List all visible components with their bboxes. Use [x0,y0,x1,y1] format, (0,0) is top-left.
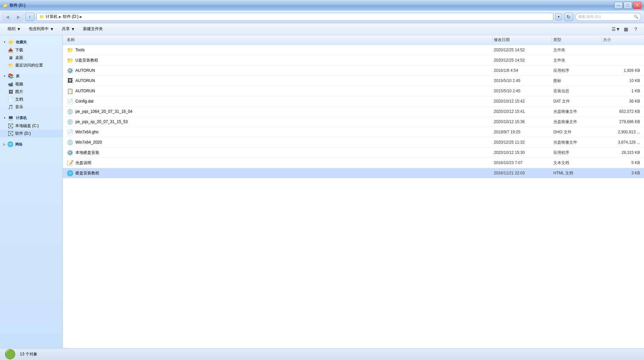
up-icon: ↑ [29,14,31,20]
col-size[interactable]: 大小 [602,36,641,43]
col-type[interactable]: 类型 [552,36,602,43]
breadcrumb-drive[interactable]: 软件 (D:) [63,14,78,20]
file-modified: 2016/11/21 22:03 [493,170,552,176]
view-preview-button[interactable]: ▦ [622,25,630,33]
recent-label: 最近访问的位置 [15,63,43,68]
refresh-button[interactable]: ↻ [564,13,573,21]
sidebar-item-softD[interactable]: 💽 软件 (D:) [0,130,63,137]
computer-icon: 💻 [8,115,14,121]
music-label: 音乐 [15,104,23,110]
table-row[interactable]: 🖼 AUTORUN 2015/5/10 2:45 图标 10 KB [63,76,644,86]
table-row[interactable]: 📄 Win7x64.gho 2019/9/7 19:25 GHO 文件 2,90… [63,127,644,137]
table-row[interactable]: 🌐 硬盘安装教程 2016/11/21 22:03 HTML 文档 3 KB [63,168,644,178]
file-icon: 💿 [67,139,73,146]
network-label: 网络 [15,142,22,147]
file-modified: 2019/9/7 19:25 [493,129,552,135]
toolbar: 组织 ▼ 包含到库中 ▼ 共享 ▼ 新建文件夹 ☰▼ ▦ ? [0,23,644,35]
forward-button[interactable]: ▶ [14,13,23,21]
library-section-label: 库 [16,74,20,79]
library-button[interactable]: 包含到库中 ▼ [25,24,58,34]
file-icon: 📄 [67,98,73,105]
music-icon: 🎵 [8,105,13,110]
file-size: 10 KB [602,78,641,84]
file-type: 文件夹 [552,47,602,54]
library-icon: 📚 [8,73,14,79]
file-size: 28,315 KB [602,150,641,156]
table-row[interactable]: 💿 Win7x64_2020 2020/12/25 11:32 光盘映像文件 3… [63,137,644,148]
table-row[interactable]: 💿 pe_yqs_1064_20_07_31_16_04 2020/10/12 … [63,107,644,117]
organize-label: 组织 [8,26,16,32]
col-modified[interactable]: 修改日期 [493,36,552,43]
share-button[interactable]: 共享 ▼ [58,24,79,34]
breadcrumb-sep1: ▶ [59,15,62,19]
file-icon: 🖼 [67,77,73,84]
minimize-button[interactable]: — [614,2,623,9]
file-rows: 📁 Tools 2020/12/25 14:52 文件夹 📁 U盘安装教程 20… [63,45,644,178]
table-row[interactable]: 📁 Tools 2020/12/25 14:52 文件夹 [63,45,644,55]
breadcrumb-computer[interactable]: 计算机 [46,14,58,20]
file-size [602,49,641,51]
table-row[interactable]: ⚙️ 本地硬盘安装 2020/10/12 15:30 应用程序 28,315 K… [63,148,644,158]
sidebar-item-picture[interactable]: 🖼 图片 [0,88,63,96]
file-type: 光盘映像文件 [552,139,602,146]
sidebar: ▼ ⭐ 收藏夹 📥 下载 🖥 桌面 📁 最近访问的位置 ▼ 📚 库 [0,35,63,348]
sidebar-section-network-header[interactable]: ▷ 🌐 网络 [0,140,63,149]
file-type: 光盘映像文件 [552,108,602,115]
search-box[interactable]: 搜索 软件 (D:) 🔍 [575,13,641,21]
sidebar-item-recent[interactable]: 📁 最近访问的位置 [0,62,63,69]
sidebar-section-computer-header[interactable]: ▼ 💻 计算机 [0,113,63,122]
table-row[interactable]: 📄 Config.dat 2020/10/12 15:42 DAT 文件 36 … [63,96,644,107]
file-name: Config.dat [75,99,94,104]
file-icon: 📁 [67,47,73,53]
new-folder-label: 新建文件夹 [83,26,103,32]
sidebar-item-desktop[interactable]: 🖥 桌面 [0,54,63,62]
file-modified: 2020/10/12 15:30 [493,150,552,156]
file-list-header: 名称 修改日期 类型 大小 [63,35,644,45]
address-bar: ◀ ▶ ↑ 📁 计算机 ▶ 软件 (D:) ▶ ▼ ↻ 搜索 软件 (D:) 🔍 [0,11,644,23]
col-name[interactable]: 名称 [65,36,493,43]
sidebar-item-document[interactable]: 📄 文档 [0,96,63,103]
table-row[interactable]: 💿 pe_yqs_xp_20_07_31_15_53 2020/10/12 15… [63,117,644,127]
sidebar-section-favorites-header[interactable]: ▼ ⭐ 收藏夹 [0,38,63,46]
sidebar-item-download[interactable]: 📥 下载 [0,46,63,54]
folder-icon: 📁 [39,15,44,19]
file-name-cell: 📁 Tools [65,46,493,54]
sidebar-section-computer: ▼ 💻 计算机 💽 本地磁盘 (C:) 💽 软件 (D:) [0,113,63,137]
back-icon: ◀ [6,14,9,20]
search-placeholder: 搜索 软件 (D:) [578,14,601,19]
library-label: 包含到库中 [29,26,49,32]
picture-label: 图片 [15,89,23,95]
sidebar-item-video[interactable]: 📹 视频 [0,80,63,88]
download-label: 下载 [15,47,23,53]
sidebar-section-library-header[interactable]: ▼ 📚 库 [0,72,63,80]
table-row[interactable]: ⚙️ AUTORUN 2016/1/8 4:54 应用程序 1,926 KB [63,66,644,76]
maximize-button[interactable]: □ [623,2,632,9]
table-row[interactable]: 📝 光盘说明 2016/10/23 7:07 文本文档 5 KB [63,158,644,168]
address-dropdown[interactable]: ▼ [555,13,562,21]
file-icon: 💿 [67,108,73,115]
file-type: GHO 文件 [552,129,602,136]
file-type: DAT 文件 [552,98,602,105]
computer-triangle: ▼ [3,116,6,119]
file-modified: 2020/12/25 14:52 [493,47,552,53]
new-folder-button[interactable]: 新建文件夹 [79,24,107,34]
help-button[interactable]: ? [631,25,640,33]
library-arrow: ▼ [50,27,54,31]
file-modified: 2020/12/25 14:52 [493,57,552,63]
table-row[interactable]: 📁 U盘安装教程 2020/12/25 14:52 文件夹 [63,55,644,66]
file-name: AUTORUN [75,78,95,83]
back-button[interactable]: ◀ [3,13,12,21]
sidebar-item-music[interactable]: 🎵 音乐 [0,103,63,111]
up-button[interactable]: ↑ [25,13,34,21]
address-field[interactable]: 📁 计算机 ▶ 软件 (D:) ▶ [36,13,553,21]
sidebar-item-localC[interactable]: 💽 本地磁盘 (C:) [0,122,63,130]
file-size [602,60,641,61]
file-type: 文本文档 [552,159,602,166]
organize-button[interactable]: 组织 ▼ [4,24,24,34]
file-modified: 2016/1/8 4:54 [493,68,552,73]
table-row[interactable]: 📋 AUTORUN 2015/5/10 2:45 安装信息 1 KB [63,86,644,96]
file-size: 2,900,813 ... [602,129,641,135]
file-size: 652,072 KB [602,109,641,114]
view-list-button[interactable]: ☰▼ [612,25,620,33]
close-button[interactable]: ✕ [633,2,641,9]
